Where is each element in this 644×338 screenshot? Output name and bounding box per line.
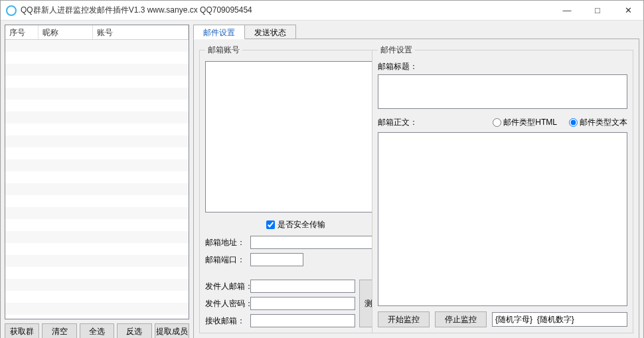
table-row[interactable]: [5, 52, 189, 64]
mail-address-label: 邮箱地址：: [205, 237, 248, 248]
titlebar: QQ群新人进群监控发邮件插件V1.3 www.sanye.cx QQ709095…: [1, 1, 643, 21]
sender-pwd-input[interactable]: [250, 297, 355, 310]
mail-type-radiogroup: 邮件类型HTML 邮件类型文本: [493, 117, 627, 128]
mail-account-column: 邮箱账号 是否安全传输 邮箱地址： 邮箱端口：: [199, 44, 365, 333]
mail-address-input[interactable]: [250, 236, 386, 249]
clear-button[interactable]: 清空: [42, 323, 76, 338]
col-account[interactable]: 账号: [93, 25, 189, 39]
body-head: 邮箱正文： 邮件类型HTML 邮件类型文本: [378, 117, 627, 128]
sender-email-row: 发件人邮箱：: [205, 280, 355, 293]
sender-pwd-row: 发件人密码：: [205, 297, 355, 310]
secure-label: 是否安全传输: [278, 219, 325, 230]
select-all-button[interactable]: 全选: [80, 323, 114, 338]
member-table[interactable]: 序号 昵称 账号: [5, 25, 189, 319]
radio-html[interactable]: [493, 118, 501, 127]
mail-account-legend: 邮箱账号: [205, 44, 242, 56]
table-row[interactable]: [5, 100, 189, 112]
minimize-button[interactable]: —: [552, 1, 582, 21]
left-button-row: 获取群 清空 全选 反选 提取成员: [5, 323, 189, 338]
content-area: 序号 昵称 账号: [1, 21, 643, 338]
app-icon: [6, 5, 17, 16]
maximize-button[interactable]: □: [582, 1, 613, 21]
table-row[interactable]: [5, 171, 189, 183]
radio-text-label[interactable]: 邮件类型文本: [569, 117, 627, 128]
table-row[interactable]: [5, 279, 189, 291]
table-row[interactable]: [5, 88, 189, 100]
table-row[interactable]: [5, 207, 189, 219]
sender-block: 发件人邮箱： 发件人密码： 接收邮箱：: [205, 280, 386, 327]
right-panel: 邮件设置 发送状态 邮箱账号 是否安全传输 邮箱地址：: [193, 25, 639, 338]
monitor-row: 开始监控 停止监控: [378, 311, 627, 327]
mail-title-label: 邮箱标题：: [378, 61, 627, 72]
mail-port-row: 邮箱端口：: [205, 253, 386, 266]
radio-html-label[interactable]: 邮件类型HTML: [493, 117, 557, 128]
start-monitor-button[interactable]: 开始监控: [378, 311, 430, 327]
extract-members-button[interactable]: 提取成员: [155, 323, 189, 338]
tab-mail-settings[interactable]: 邮件设置: [193, 25, 245, 39]
recv-input[interactable]: [250, 314, 355, 327]
table-row[interactable]: [5, 219, 189, 231]
table-row[interactable]: [5, 255, 189, 267]
table-row[interactable]: [5, 76, 189, 88]
mail-settings-column: 邮件设置 邮箱标题： 邮箱正文： 邮件类型HTML: [372, 44, 633, 333]
col-nickname[interactable]: 昵称: [39, 25, 93, 39]
table-row[interactable]: [5, 124, 189, 135]
mail-body-label: 邮箱正文：: [378, 117, 493, 128]
mail-settings-fieldset: 邮件设置 邮箱标题： 邮箱正文： 邮件类型HTML: [372, 44, 633, 333]
table-row[interactable]: [5, 147, 189, 159]
col-index[interactable]: 序号: [5, 25, 39, 39]
table-row[interactable]: [5, 64, 189, 76]
invert-selection-button[interactable]: 反选: [117, 323, 151, 338]
mail-settings-legend: 邮件设置: [378, 44, 415, 56]
table-row[interactable]: [5, 135, 189, 147]
table-row[interactable]: [5, 183, 189, 195]
mail-port-input[interactable]: [250, 253, 303, 266]
main-window: QQ群新人进群监控发邮件插件V1.3 www.sanye.cx QQ709095…: [0, 0, 644, 338]
mail-port-label: 邮箱端口：: [205, 254, 248, 266]
mail-title-textarea[interactable]: [378, 74, 627, 109]
sender-email-label: 发件人邮箱：: [205, 281, 248, 292]
table-row[interactable]: [5, 291, 189, 303]
window-title: QQ群新人进群监控发邮件插件V1.3 www.sanye.cx QQ709095…: [21, 5, 252, 16]
table-row[interactable]: [5, 112, 189, 124]
recv-label: 接收邮箱：: [205, 315, 248, 327]
radio-text[interactable]: [569, 118, 578, 127]
sender-pwd-label: 发件人密码：: [205, 298, 248, 309]
secure-row: 是否安全传输: [205, 219, 386, 230]
secure-checkbox[interactable]: [266, 220, 275, 229]
mail-body-textarea[interactable]: [378, 132, 627, 306]
left-panel: 序号 昵称 账号: [5, 25, 189, 338]
table-row[interactable]: [5, 195, 189, 207]
fetch-group-button[interactable]: 获取群: [5, 323, 39, 338]
recv-row: 接收邮箱：: [205, 314, 355, 327]
table-row[interactable]: [5, 267, 189, 279]
tab-content: 邮箱账号 是否安全传输 邮箱地址： 邮箱端口：: [193, 39, 639, 338]
table-row[interactable]: [5, 303, 189, 315]
stop-monitor-button[interactable]: 停止监控: [435, 311, 487, 327]
close-button[interactable]: ✕: [613, 1, 643, 21]
table-row[interactable]: [5, 243, 189, 255]
table-row[interactable]: [5, 40, 189, 52]
tab-send-status[interactable]: 发送状态: [244, 25, 296, 39]
sender-email-input[interactable]: [250, 280, 355, 293]
table-body: [5, 40, 189, 319]
table-row[interactable]: [5, 231, 189, 243]
template-input[interactable]: [492, 312, 627, 327]
mail-account-textarea[interactable]: [205, 61, 386, 212]
mail-address-row: 邮箱地址：: [205, 236, 386, 249]
mail-account-fieldset: 邮箱账号 是否安全传输 邮箱地址： 邮箱端口：: [199, 44, 392, 333]
table-row[interactable]: [5, 159, 189, 171]
table-header: 序号 昵称 账号: [5, 25, 189, 40]
tab-bar: 邮件设置 发送状态: [193, 25, 639, 39]
